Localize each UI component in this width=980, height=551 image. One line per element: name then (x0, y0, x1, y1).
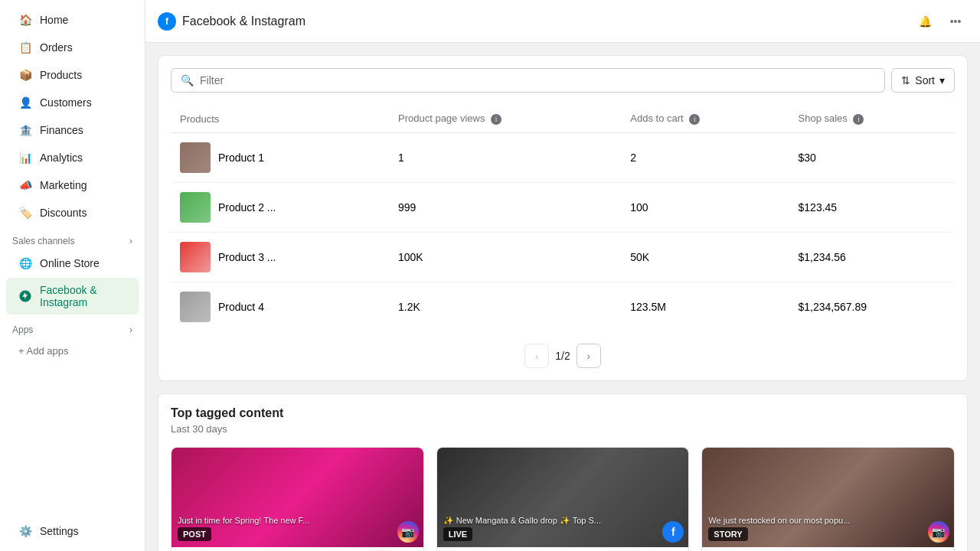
facebook-icon: f (662, 521, 684, 543)
content-card-2: We just restocked on our most popu... ST… (701, 447, 955, 551)
instagram-icon: 📷 (397, 521, 419, 543)
sidebar: 🏠 Home 📋 Orders 📦 Products 👤 Customers 🏦… (0, 0, 145, 551)
product-views-0: 1 (389, 133, 621, 183)
product-adds-1: 100 (621, 183, 789, 233)
instagram-icon: 📷 (928, 521, 949, 543)
product-image-2 (180, 242, 211, 272)
sidebar-item-online-store[interactable]: 🌐 Online Store (6, 250, 139, 276)
product-sales-0: $30 (789, 133, 955, 183)
top-tagged-card: Top tagged content Last 30 days Just in … (158, 393, 968, 551)
product-name-1: Product 2 ... (218, 201, 276, 214)
content-card-1: ✨ New Mangata & Gallo drop ✨ Top S... LI… (436, 447, 690, 551)
section-title: Top tagged content (171, 406, 955, 420)
next-page-button[interactable]: › (577, 344, 601, 368)
orders-icon: 📋 (18, 41, 32, 54)
filter-input[interactable]: 🔍 Filter (171, 68, 885, 93)
product-cell-0: Product 1 (171, 133, 389, 183)
content-area: 🔍 Filter ⇅ Sort ▾ Products (145, 43, 980, 551)
views-info-icon[interactable]: i (491, 114, 501, 125)
meta-icon (18, 289, 32, 303)
sidebar-item-customers[interactable]: 👤 Customers (6, 90, 139, 116)
header-title: Facebook & Instagram (182, 15, 305, 28)
sort-icon: ⇅ (901, 74, 910, 86)
content-thumbnail-0: Just in time for Spring! The new F... PO… (172, 448, 423, 547)
sales-channels-section: Sales channels › (0, 227, 145, 249)
apps-chevron-icon[interactable]: › (129, 324, 132, 335)
finances-icon: 🏦 (18, 123, 32, 137)
product-sales-1: $123.45 (789, 183, 955, 233)
meta-logo-icon: f (158, 12, 176, 31)
content-thumbnail-2: We just restocked on our most popu... ST… (702, 448, 954, 547)
products-table-card: 🔍 Filter ⇅ Sort ▾ Products (158, 55, 968, 381)
product-views-2: 100K (389, 233, 621, 282)
sidebar-item-discounts[interactable]: 🏷️ Discounts (6, 200, 139, 226)
adds-info-icon[interactable]: i (689, 114, 700, 125)
content-stats-2: Product page views i 7.3K Adds to cart i… (702, 547, 954, 551)
content-type-badge-1: LIVE (443, 527, 472, 541)
chevron-icon[interactable]: › (129, 236, 132, 246)
section-subtitle: Last 30 days (171, 423, 955, 435)
sales-info-icon[interactable]: i (853, 114, 864, 125)
notification-icon[interactable]: 🔔 (913, 9, 937, 34)
product-image-3 (180, 292, 211, 322)
col-sales: Shop sales i (789, 105, 955, 133)
discounts-icon: 🏷️ (18, 206, 32, 220)
product-image-1 (180, 192, 211, 223)
pagination: ‹ 1/2 › (171, 331, 955, 368)
content-type-badge-0: POST (178, 527, 211, 541)
sidebar-item-settings[interactable]: ⚙️ Settings (6, 518, 139, 544)
product-cell-2: Product 3 ... (171, 233, 389, 282)
product-views-3: 1.2K (389, 282, 621, 332)
sidebar-item-marketing[interactable]: 📣 Marketing (6, 172, 139, 198)
page-info: 1/2 (555, 350, 570, 362)
table-row: Product 1 1 2 $30 (171, 133, 955, 183)
sort-chevron-icon: ▾ (939, 74, 945, 86)
customers-icon: 👤 (18, 96, 32, 109)
product-sales-3: $1,234,567.89 (789, 282, 955, 332)
products-icon: 📦 (18, 68, 32, 82)
product-name-0: Product 1 (218, 152, 264, 164)
product-sales-2: $1,234.56 (789, 233, 955, 282)
sort-button[interactable]: ⇅ Sort ▾ (891, 68, 955, 93)
header-right: 🔔 ••• (913, 9, 968, 34)
sidebar-item-orders[interactable]: 📋 Orders (6, 34, 139, 60)
search-icon: 🔍 (181, 74, 194, 86)
content-grid: Just in time for Spring! The new F... PO… (171, 447, 955, 551)
table-row: Product 3 ... 100K 50K $1,234.56 (171, 233, 955, 282)
content-caption-2: We just restocked on our most popu... (708, 515, 926, 526)
marketing-icon: 📣 (18, 178, 32, 192)
content-card-0: Just in time for Spring! The new F... PO… (171, 447, 424, 551)
col-adds: Adds to cart i (621, 105, 789, 133)
table-row: Product 4 1.2K 123.5M $1,234,567.89 (171, 282, 955, 332)
analytics-icon: 📊 (18, 151, 32, 165)
content-caption-0: Just in time for Spring! The new F... (178, 515, 396, 526)
sidebar-item-analytics[interactable]: 📊 Analytics (6, 145, 139, 171)
more-options-icon[interactable]: ••• (943, 9, 968, 34)
product-cell-1: Product 2 ... (171, 183, 389, 233)
col-views: Product page views i (389, 105, 621, 133)
product-name-3: Product 4 (218, 301, 264, 313)
product-adds-0: 2 (621, 133, 789, 183)
header: f Facebook & Instagram 🔔 ••• (145, 0, 980, 43)
content-type-badge-2: STORY (708, 527, 747, 541)
product-adds-3: 123.5M (621, 282, 789, 332)
sidebar-item-finances[interactable]: 🏦 Finances (6, 117, 139, 143)
col-products: Products (171, 105, 389, 133)
filter-bar: 🔍 Filter ⇅ Sort ▾ (171, 68, 955, 93)
product-image-0 (180, 142, 211, 173)
content-stats-1: Product page views i 8.7K Adds to cart i… (437, 547, 689, 551)
products-table: Products Product page views i Adds to ca… (171, 105, 955, 331)
table-row: Product 2 ... 999 100 $123.45 (171, 183, 955, 233)
content-thumbnail-1: ✨ New Mangata & Gallo drop ✨ Top S... LI… (437, 448, 689, 547)
header-left: f Facebook & Instagram (158, 12, 305, 31)
settings-icon: ⚙️ (18, 524, 32, 538)
prev-page-button[interactable]: ‹ (524, 344, 549, 368)
sidebar-item-facebook-instagram[interactable]: Facebook & Instagram (6, 278, 139, 315)
sidebar-item-products[interactable]: 📦 Products (6, 62, 139, 88)
home-icon: 🏠 (18, 13, 32, 27)
sidebar-item-add-apps[interactable]: + Add apps (6, 339, 139, 363)
main-content: f Facebook & Instagram 🔔 ••• 🔍 Filter ⇅ … (145, 0, 980, 551)
product-name-2: Product 3 ... (218, 251, 276, 263)
sidebar-item-home[interactable]: 🏠 Home (6, 7, 139, 33)
content-caption-1: ✨ New Mangata & Gallo drop ✨ Top S... (443, 515, 662, 526)
